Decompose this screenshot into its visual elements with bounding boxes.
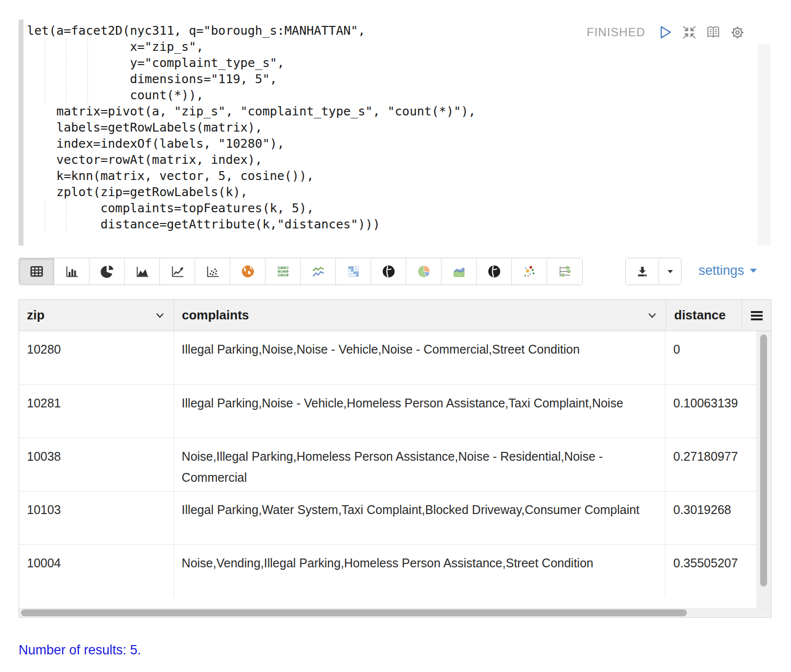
viz-button-group	[19, 258, 583, 285]
code-editor[interactable]: let(a=facet2D(nyc311, q="borough_s:MANHA…	[19, 19, 772, 247]
code-line: index=indexOf(labels, "10280"),	[27, 135, 476, 152]
cell-complaints: Illegal Parking,Noise - Vehicle,Homeless…	[174, 385, 666, 438]
paragraph-controls: FINISHED	[587, 24, 745, 40]
viz-globe-dark-2-button[interactable]	[477, 258, 512, 285]
editor-gutter-strip	[19, 20, 23, 246]
sort-chevron-icon[interactable]	[646, 310, 658, 321]
code-line: vector=rowAt(matrix, index),	[27, 152, 476, 168]
column-header-distance[interactable]: distance	[666, 300, 742, 331]
run-icon[interactable]	[658, 24, 673, 40]
table-row: 10103 Illegal Parking,Water System,Taxi …	[19, 491, 771, 544]
sort-chevron-icon[interactable]	[154, 310, 166, 321]
cell-zip: 10103	[19, 492, 174, 544]
settings-label: settings	[699, 263, 744, 278]
code-line: k=knn(matrix, vector, 5, cosine()),	[27, 168, 476, 184]
column-header-complaints[interactable]: complaints	[174, 300, 666, 331]
scrollbar-thumb[interactable]	[21, 609, 687, 616]
editor-scrollbar[interactable]	[757, 44, 771, 246]
cell-complaints: Illegal Parking,Noise,Noise - Vehicle,No…	[174, 331, 666, 384]
results-table: zip complaints distance 10280 Illegal Pa…	[19, 299, 771, 618]
indent-guide	[44, 39, 45, 103]
gear-icon[interactable]	[729, 24, 745, 40]
code-line: labels=getRowLabels(matrix),	[27, 119, 476, 135]
viz-heatmap-button[interactable]	[336, 258, 371, 285]
column-label: zip	[27, 308, 44, 323]
table-body: 10280 Illegal Parking,Noise,Noise - Vehi…	[19, 331, 771, 608]
download-button[interactable]	[626, 258, 659, 285]
column-label: distance	[674, 308, 726, 323]
hamburger-menu-icon	[749, 308, 765, 323]
code-line: complaints=topFeatures(k, 5),	[27, 200, 476, 216]
cell-zip: 10038	[19, 438, 174, 491]
viz-area-chart-button[interactable]	[125, 258, 160, 285]
indent-guide	[88, 39, 88, 103]
table-vertical-scrollbar[interactable]	[756, 331, 771, 608]
viz-line-chart-button[interactable]	[160, 258, 195, 285]
viz-bar-chart-button[interactable]	[54, 258, 89, 285]
viz-area-pastel-button[interactable]	[441, 258, 477, 285]
code-line: count(*)),	[27, 87, 476, 103]
cell-distance: 0.10063139	[665, 385, 771, 438]
cell-complaints: Noise,Vending,Illegal Parking,Homeless P…	[174, 545, 666, 598]
cell-distance: 0.35505207	[665, 545, 771, 598]
viz-table-button[interactable]	[19, 258, 54, 285]
code-line: dimensions="119, 5",	[27, 71, 476, 87]
viz-dot-matrix-button[interactable]	[265, 258, 301, 285]
minimize-icon[interactable]	[681, 24, 697, 40]
cell-distance: 0	[665, 331, 771, 384]
results-count-text: Number of results: 5.	[19, 643, 141, 658]
viz-scatter-color-button[interactable]	[512, 258, 547, 285]
cell-distance: 0.27180977	[665, 438, 771, 491]
cell-zip: 10004	[19, 545, 174, 598]
download-caret-button[interactable]	[659, 258, 681, 285]
download-button-group	[625, 258, 681, 285]
code-line: matrix=pivot(a, "zip_s", "complaint_type…	[27, 103, 476, 119]
viz-globe-dark-button[interactable]	[371, 258, 406, 285]
code-line: zplot(zip=getRowLabels(k),	[27, 184, 476, 200]
column-label: complaints	[182, 308, 249, 323]
settings-dropdown[interactable]: settings	[699, 263, 758, 278]
column-header-zip[interactable]: zip	[19, 300, 174, 331]
cell-zip: 10280	[19, 331, 174, 384]
viz-globe-orange-button[interactable]	[230, 258, 265, 285]
notebook-page: let(a=facet2D(nyc311, q="borough_s:MANHA…	[0, 0, 791, 672]
cell-zip: 10281	[19, 385, 174, 438]
table-horizontal-scrollbar[interactable]	[19, 608, 771, 617]
viz-pie-pastel-button[interactable]	[406, 258, 441, 285]
table-row: 10038 Noise,Illegal Parking,Homeless Per…	[19, 438, 771, 491]
viz-scatter-plot-button[interactable]	[195, 258, 230, 285]
indent-guide	[66, 39, 66, 103]
table-row: 10004 Noise,Vending,Illegal Parking,Home…	[19, 544, 771, 598]
cell-distance: 0.3019268	[665, 492, 771, 544]
code-content[interactable]: let(a=facet2D(nyc311, q="borough_s:MANHA…	[27, 22, 476, 232]
scrollbar-thumb[interactable]	[760, 335, 767, 586]
viz-pie-chart-button[interactable]	[89, 258, 125, 285]
viz-multi-line-chart-button[interactable]	[301, 258, 336, 285]
status-label: FINISHED	[587, 25, 645, 39]
report-book-icon[interactable]	[705, 24, 721, 40]
viz-toolbar: settings	[19, 258, 772, 285]
cell-complaints: Illegal Parking,Water System,Taxi Compla…	[174, 492, 666, 544]
code-line: distance=getAttribute(k,"distances")))	[27, 216, 476, 232]
code-line: let(a=facet2D(nyc311, q="borough_s:MANHA…	[27, 22, 476, 39]
chevron-down-icon	[748, 267, 758, 275]
table-header-row: zip complaints distance	[19, 300, 771, 331]
table-row: 10281 Illegal Parking,Noise - Vehicle,Ho…	[19, 384, 771, 438]
viz-parallel-coordinates-button[interactable]	[547, 258, 582, 285]
table-menu-button[interactable]	[742, 300, 771, 331]
code-line: x="zip_s",	[27, 39, 476, 55]
code-line: y="complaint_type_s",	[27, 55, 476, 71]
indent-guide	[66, 200, 66, 232]
table-row: 10280 Illegal Parking,Noise,Noise - Vehi…	[19, 331, 771, 384]
indent-guide	[44, 200, 45, 232]
cell-complaints: Noise,Illegal Parking,Homeless Person As…	[174, 438, 666, 491]
